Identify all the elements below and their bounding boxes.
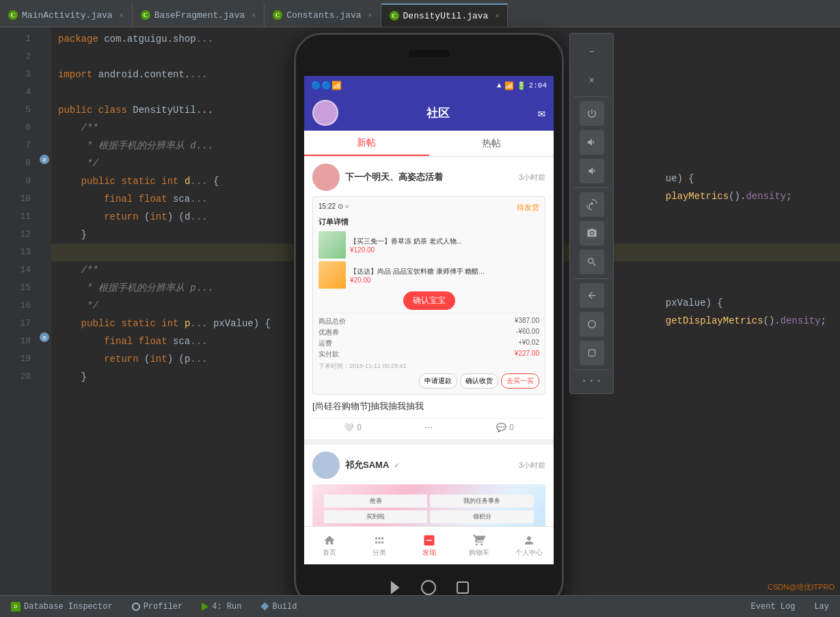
profiler-label: Profiler bbox=[144, 602, 183, 612]
confirm-delivery-btn[interactable]: 确认收货 bbox=[460, 373, 498, 389]
signal-icon: ▲ bbox=[497, 81, 502, 90]
comment-action[interactable]: 💬 0 bbox=[496, 423, 514, 432]
emu-voldown-btn[interactable] bbox=[580, 159, 604, 183]
order-row-1: 商品总价 ¥387.00 bbox=[319, 316, 539, 327]
nav-discover[interactable]: 发现 bbox=[404, 527, 454, 564]
line-num-20: 20 bbox=[0, 368, 31, 386]
status-bar: D Database Inspector Profiler 4: Run Bui… bbox=[0, 595, 840, 617]
app-tabs: 新帖 热帖 bbox=[304, 131, 554, 157]
status-run[interactable]: 4: Run bbox=[198, 601, 245, 613]
line-num-13: 13 bbox=[0, 244, 31, 261]
category-icon bbox=[372, 534, 387, 547]
post-avatar-1 bbox=[312, 163, 340, 191]
emu-close-btn[interactable]: − bbox=[580, 39, 604, 64]
emu-separator-4 bbox=[574, 369, 608, 370]
buy-again-btn[interactable]: 去买一买 bbox=[501, 373, 539, 389]
tab-bar: C MainActivity.java ✕ C BaseFragment.jav… bbox=[0, 0, 840, 27]
tab-densityutil-close[interactable]: ✕ bbox=[495, 12, 499, 20]
post-header-1: 下一个明天、高姿态活着 3小时前 bbox=[312, 163, 545, 191]
like-action[interactable]: 🤍 0 bbox=[344, 423, 362, 432]
scroll-content[interactable]: 下一个明天、高姿态活着 3小时前 15:22 ⊙ ○ 待发货 订单详情 bbox=[304, 157, 554, 526]
home-btn[interactable] bbox=[421, 580, 436, 595]
more-action[interactable]: ⋯ bbox=[424, 423, 433, 432]
status-build[interactable]: Build bbox=[256, 601, 301, 613]
line-num-19: 19 bbox=[0, 350, 31, 368]
phone-home-bar bbox=[390, 580, 469, 595]
line-num-2: 2 bbox=[0, 48, 31, 66]
phone-time: 2:04 bbox=[529, 81, 547, 90]
order-item-price-1: ¥120.00 bbox=[350, 246, 539, 254]
order-status: 待发货 bbox=[517, 202, 539, 213]
order-divider bbox=[319, 313, 539, 313]
tab-densityutil-label: DensityUtil.java bbox=[403, 11, 489, 21]
tab-basefragment-close[interactable]: ✕ bbox=[252, 11, 256, 19]
order-item-info-2: 【达达】尚品 品品宝饮料糖 康师傅手 糖醋... ¥20.00 bbox=[350, 267, 539, 284]
order-row-4: 实付款 ¥227.00 bbox=[319, 349, 539, 360]
order-row-3: 运费 +¥0.02 bbox=[319, 338, 539, 349]
emu-more-btn[interactable]: ··· bbox=[580, 374, 602, 388]
lay-label: Lay bbox=[814, 602, 829, 612]
discover-icon bbox=[422, 534, 437, 547]
post2-image: 抢劵 我的任务事务 买到啦 领积分 优惠券 签到 👑 bbox=[312, 484, 545, 526]
tab-basefragment[interactable]: C BaseFragment.java ✕ bbox=[133, 3, 265, 27]
tab-constants-close[interactable]: ✕ bbox=[368, 11, 372, 19]
emu-back-btn[interactable] bbox=[580, 283, 604, 308]
emu-volup-btn[interactable] bbox=[580, 130, 604, 155]
phone-status-right: ▲ 📶 🔋 2:04 bbox=[497, 81, 547, 90]
dots-icon: ⋯ bbox=[424, 423, 433, 432]
wifi-icon: 📶 bbox=[504, 81, 514, 90]
phone-status-icons: 🔵🔵📶 bbox=[311, 81, 342, 91]
emu-rotate-btn[interactable] bbox=[580, 192, 604, 217]
emu-square-btn[interactable] bbox=[580, 341, 604, 365]
tab-xinpie[interactable]: 新帖 bbox=[304, 131, 429, 156]
status-eventlog[interactable]: Event Log bbox=[747, 601, 800, 613]
app-title: 社区 bbox=[426, 105, 450, 121]
nav-category[interactable]: 分类 bbox=[354, 527, 404, 564]
gutter-marker-9: @ bbox=[40, 155, 49, 164]
nav-home[interactable]: 首页 bbox=[304, 527, 354, 564]
verified-icon: ✓ bbox=[394, 462, 399, 469]
emu-home-btn[interactable] bbox=[580, 312, 604, 337]
emu-screenshot-btn[interactable] bbox=[580, 221, 604, 246]
tab-mainactivity[interactable]: C MainActivity.java ✕ bbox=[0, 3, 133, 27]
tab-constants[interactable]: C Constants.java ✕ bbox=[265, 3, 381, 27]
build-label: Build bbox=[272, 602, 297, 612]
post-time-1: 3小时前 bbox=[519, 172, 545, 183]
emu-power-btn[interactable] bbox=[580, 101, 604, 126]
emu-separator-3 bbox=[574, 278, 608, 279]
status-lay[interactable]: Lay bbox=[810, 601, 833, 613]
message-icon[interactable]: ✉ bbox=[538, 105, 545, 120]
post-author-1: 下一个明天、高姿态活着 bbox=[345, 171, 519, 183]
back-btn[interactable] bbox=[390, 581, 399, 594]
tab-mainactivity-close[interactable]: ✕ bbox=[120, 11, 124, 19]
order-item-price-2: ¥20.00 bbox=[350, 276, 539, 284]
phone-emulator: 🔵🔵📶 ▲ 📶 🔋 2:04 社区 ✉ 新帖 bbox=[294, 33, 564, 607]
confirm-btn[interactable]: 确认宝宝 bbox=[403, 291, 455, 310]
emu-separator-2 bbox=[574, 187, 608, 188]
post2-grid: 抢劵 我的任务事务 买到啦 领积分 优惠券 签到 bbox=[324, 495, 534, 526]
line-num-18: 18 bbox=[0, 332, 31, 350]
refund-btn[interactable]: 申请退款 bbox=[419, 373, 457, 389]
status-profiler[interactable]: Profiler bbox=[128, 601, 187, 613]
emu-separator-1 bbox=[574, 96, 608, 97]
eventlog-label: Event Log bbox=[751, 602, 796, 612]
phone-screen[interactable]: 🔵🔵📶 ▲ 📶 🔋 2:04 社区 ✉ 新帖 bbox=[304, 76, 554, 564]
db-inspector-label: Database Inspector bbox=[24, 602, 113, 612]
csdn-watermark: CSDN@培优ITPRO bbox=[768, 582, 835, 592]
line-num-8: 8 bbox=[0, 155, 31, 172]
nav-profile[interactable]: 个人中心 bbox=[504, 527, 554, 564]
line-num-16: 16 bbox=[0, 297, 31, 315]
gutter-marker-17: @ bbox=[40, 332, 49, 342]
post-avatar-2 bbox=[312, 451, 340, 479]
nav-cart[interactable]: 购物车 bbox=[454, 527, 504, 564]
tab-repie[interactable]: 热帖 bbox=[429, 131, 554, 156]
tab-icon-c: C bbox=[8, 10, 18, 20]
line-num-1: 1 bbox=[0, 30, 31, 48]
emu-zoom-btn[interactable] bbox=[580, 250, 604, 274]
status-db-inspector[interactable]: D Database Inspector bbox=[7, 601, 117, 613]
recents-btn[interactable] bbox=[457, 581, 469, 594]
tab-densityutil[interactable]: C DensityUtil.java ✕ bbox=[381, 3, 509, 27]
bottom-nav: 首页 分类 发现 购物 bbox=[304, 526, 554, 564]
line-num-3: 3 bbox=[0, 66, 31, 83]
emu-minimize-btn[interactable]: × bbox=[580, 68, 604, 92]
